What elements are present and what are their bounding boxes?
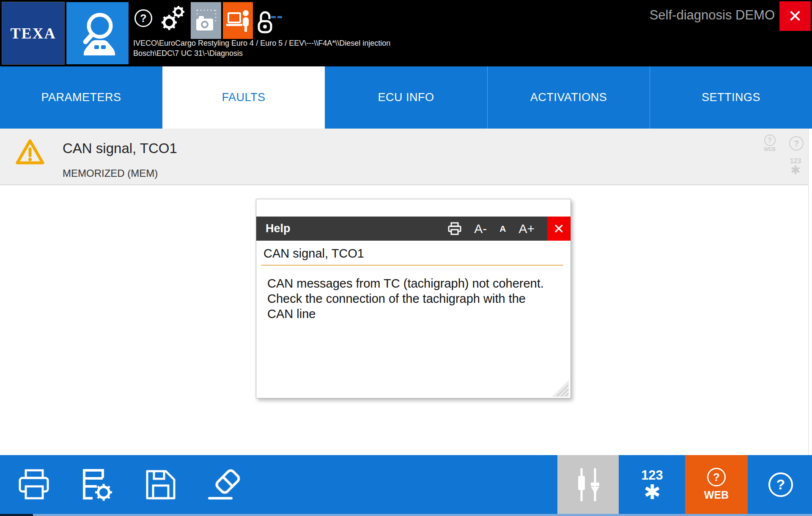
print-button[interactable] xyxy=(448,222,461,235)
save-button[interactable] xyxy=(140,455,182,514)
fault-status: MEMORIZED (MEM) xyxy=(63,167,158,179)
web-help-icon: ? xyxy=(707,468,726,486)
search-vehicle-icon xyxy=(74,8,121,59)
dialog-text: CAN messages from TC (tachigraph) not co… xyxy=(267,276,562,321)
close-icon: ✕ xyxy=(553,221,565,237)
bottom-edge xyxy=(0,514,812,516)
tab-settings[interactable]: SETTINGS xyxy=(650,66,812,129)
dialog-heading: CAN signal, TCO1 xyxy=(256,241,571,261)
font-normal-button[interactable]: A xyxy=(499,224,506,234)
heading-underline xyxy=(261,265,563,266)
bottom-toolbar: 123 ✱ ? WEB ? xyxy=(0,455,812,514)
tab-faults[interactable]: FAULTS xyxy=(162,66,325,129)
web-help-label: WEB xyxy=(760,146,779,152)
breadcrumb-line1: IVECO\EuroCargo Restyling Euro 4 / Euro … xyxy=(133,38,390,48)
erase-faults-button[interactable] xyxy=(202,455,249,514)
fault-title: CAN signal, TCO1 xyxy=(63,140,177,156)
breadcrumb-line2: Bosch\EDC\7 UC 31\-\Diagnosis xyxy=(133,48,390,58)
bottom-edge-dark-segment xyxy=(0,514,33,516)
vehicle-search-button[interactable] xyxy=(66,2,129,64)
signal-dash-icon xyxy=(277,16,282,18)
breadcrumb: IVECO\EuroCargo Restyling Euro 4 / Euro … xyxy=(133,38,390,58)
tab-parameters[interactable]: PARAMETERS xyxy=(0,66,162,129)
freeze-frame-button[interactable]: 123 ✱ xyxy=(621,455,683,514)
font-smaller-button[interactable]: A- xyxy=(474,222,487,236)
window-close-button[interactable]: ✕ xyxy=(779,1,811,31)
help-dialog: Help A- A A+ ✕ CAN signal, TCO1 CAN mess… xyxy=(256,199,571,398)
web-help-button[interactable]: ? WEB xyxy=(685,455,748,514)
resize-grip[interactable] xyxy=(550,378,570,398)
texa-logo-tile: TEXA xyxy=(2,2,64,64)
dialog-header: Help A- A A+ ✕ xyxy=(256,217,571,241)
dialog-title: Help xyxy=(256,222,448,235)
texa-logo: TEXA xyxy=(10,25,56,42)
top-bar: TEXA ? xyxy=(0,0,812,66)
camera-icon xyxy=(194,8,218,34)
warning-icon xyxy=(15,139,45,166)
tab-activations[interactable]: ACTIVATIONS xyxy=(487,66,650,129)
fault-freeze-frame-button[interactable]: 123 ✱ xyxy=(785,157,806,176)
dialog-body: CAN signal, TCO1 CAN messages from TC (t… xyxy=(256,241,571,398)
settings-sliders-button[interactable] xyxy=(557,455,619,514)
scroll-track-line xyxy=(808,129,809,455)
dialog-drag-strip[interactable] xyxy=(256,199,571,217)
help-icon: ? xyxy=(768,472,793,497)
tab-bar: PARAMETERS FAULTS ECU INFO ACTIVATIONS S… xyxy=(0,66,812,129)
fault-help-button[interactable]: ? xyxy=(789,136,804,151)
lock-icon[interactable] xyxy=(256,8,273,35)
tab-ecu-info[interactable]: ECU INFO xyxy=(325,66,487,129)
signal-dash-icon xyxy=(271,16,276,18)
laptop-person-icon xyxy=(226,9,250,33)
help-button[interactable]: ? xyxy=(749,455,812,514)
web-help-button[interactable]: ? WEB xyxy=(760,134,779,152)
report-settings-button[interactable] xyxy=(76,455,118,514)
help-icon[interactable]: ? xyxy=(134,9,152,27)
close-icon: ✕ xyxy=(788,6,802,26)
web-help-icon: ? xyxy=(764,134,776,146)
app-title: Self-diagnosis DEMO xyxy=(650,8,775,23)
asterisk-icon: ✱ xyxy=(644,483,661,502)
dialog-close-button[interactable]: ✕ xyxy=(547,217,571,241)
settings-gears-icon[interactable] xyxy=(161,5,186,31)
web-label: WEB xyxy=(704,489,729,501)
sliders-icon xyxy=(572,467,604,503)
print-button[interactable] xyxy=(13,455,55,514)
font-larger-button[interactable]: A+ xyxy=(518,222,535,236)
fault-row[interactable]: CAN signal, TCO1 MEMORIZED (MEM) ? WEB ?… xyxy=(0,129,809,185)
remote-assist-button[interactable] xyxy=(223,2,253,39)
help-glyph: ? xyxy=(140,12,146,25)
asterisk-icon: ✱ xyxy=(785,165,806,176)
screenshot-button[interactable] xyxy=(191,2,221,39)
